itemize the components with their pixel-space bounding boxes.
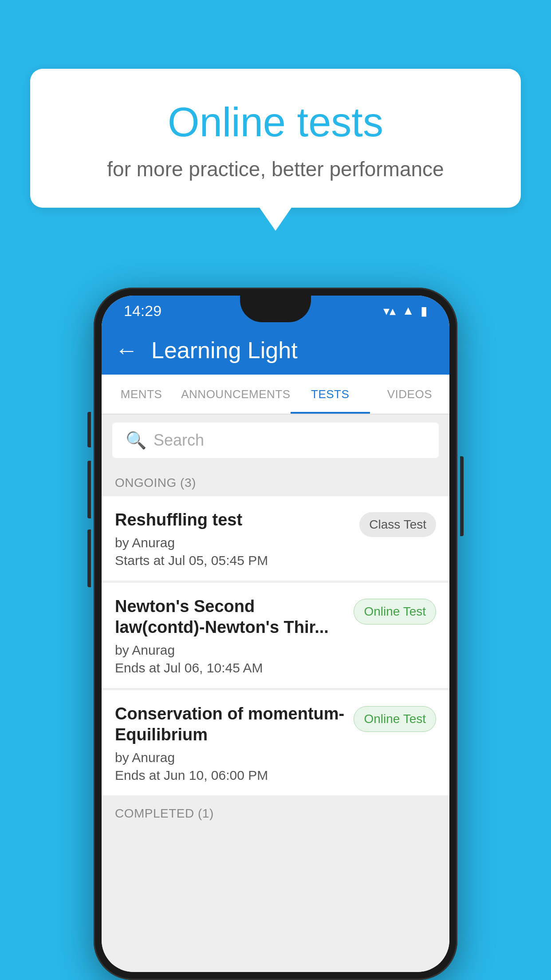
wifi-icon: ▾▴ <box>383 304 396 318</box>
test-badge-conservation: Online Test <box>354 706 436 732</box>
test-info-reshuffling: Reshuffling test by Anurag Starts at Jul… <box>115 510 359 568</box>
search-icon: 🔍 <box>126 431 146 450</box>
test-author-newtons: by Anurag <box>115 643 345 658</box>
test-badge-newtons: Online Test <box>354 599 436 624</box>
speech-bubble-container: Online tests for more practice, better p… <box>30 69 521 208</box>
test-badge-reshuffling: Class Test <box>359 512 436 537</box>
tab-ments[interactable]: MENTS <box>102 375 181 414</box>
status-icons: ▾▴ ▲ ▮ <box>383 304 427 318</box>
app-bar: ← Learning Light <box>102 326 449 375</box>
test-date-newtons: Ends at Jul 06, 10:45 AM <box>115 660 345 676</box>
search-box[interactable]: 🔍 Search <box>112 423 439 458</box>
test-name-newtons: Newton's Second law(contd)-Newton's Thir… <box>115 596 345 638</box>
volume-up-button <box>87 412 91 447</box>
test-date-conservation: Ends at Jun 10, 06:00 PM <box>115 768 345 783</box>
signal-icon: ▲ <box>402 304 414 318</box>
phone-screen: 14:29 ▾▴ ▲ ▮ ← Learning Light MENTS ANNO… <box>102 296 449 972</box>
tab-tests[interactable]: TESTS <box>291 375 370 414</box>
test-name-conservation: Conservation of momentum-Equilibrium <box>115 703 345 746</box>
app-title: Learning Light <box>151 337 298 364</box>
search-container: 🔍 Search <box>102 415 449 466</box>
battery-icon: ▮ <box>421 304 427 318</box>
bubble-title: Online tests <box>57 100 494 145</box>
completed-section-header: COMPLETED (1) <box>102 797 449 827</box>
test-author-reshuffling: by Anurag <box>115 535 350 550</box>
phone-frame: 14:29 ▾▴ ▲ ▮ ← Learning Light MENTS ANNO… <box>94 288 457 980</box>
back-button[interactable]: ← <box>115 339 138 362</box>
extra-button <box>87 530 91 587</box>
speech-bubble: Online tests for more practice, better p… <box>30 69 521 208</box>
bubble-subtitle: for more practice, better performance <box>57 157 494 181</box>
test-card-conservation[interactable]: Conservation of momentum-Equilibrium by … <box>102 690 449 795</box>
tab-videos[interactable]: VIDEOS <box>370 375 449 414</box>
test-author-conservation: by Anurag <box>115 750 345 765</box>
volume-down-button <box>87 461 91 518</box>
power-button <box>460 456 464 536</box>
test-date-reshuffling: Starts at Jul 05, 05:45 PM <box>115 553 350 568</box>
ongoing-section-header: ONGOING (3) <box>102 466 449 496</box>
test-info-newtons: Newton's Second law(contd)-Newton's Thir… <box>115 596 354 676</box>
test-name-reshuffling: Reshuffling test <box>115 510 350 531</box>
tabs-bar: MENTS ANNOUNCEMENTS TESTS VIDEOS <box>102 375 449 415</box>
phone-notch <box>240 296 311 322</box>
content-area: 🔍 Search ONGOING (3) Reshuffling test by… <box>102 415 449 972</box>
phone-container: 14:29 ▾▴ ▲ ▮ ← Learning Light MENTS ANNO… <box>94 288 457 980</box>
search-placeholder: Search <box>153 431 204 450</box>
test-card-newtons[interactable]: Newton's Second law(contd)-Newton's Thir… <box>102 583 449 688</box>
status-time: 14:29 <box>124 302 161 320</box>
test-card-reshuffling[interactable]: Reshuffling test by Anurag Starts at Jul… <box>102 496 449 581</box>
tab-announcements[interactable]: ANNOUNCEMENTS <box>181 375 290 414</box>
test-info-conservation: Conservation of momentum-Equilibrium by … <box>115 703 354 783</box>
